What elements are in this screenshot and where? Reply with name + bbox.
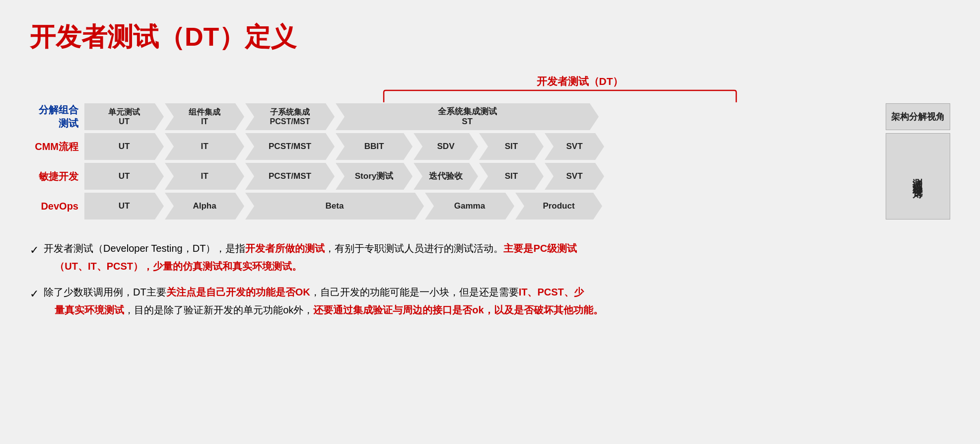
arrows-agile: UT IT PCST/MST Story测试 迭代验收 SIT SVT [84, 163, 883, 190]
cell-ut-devops: UT [84, 193, 164, 220]
cell-st-fenjie: 全系统集成测试ST [336, 103, 599, 130]
row-cmm: CMM流程 UT IT PCST/MST BBIT SDV SIT SVT [30, 133, 883, 160]
text-line-1: ✓ 开发者测试（Developer Testing，DT），是指开发者所做的测试… [30, 239, 950, 275]
cell-alpha-devops: Alpha [165, 193, 244, 220]
cell-gamma-devops: Gamma [425, 193, 514, 220]
row-agile: 敏捷开发 UT IT PCST/MST Story测试 迭代验收 SIT SVT [30, 163, 883, 190]
text-area: ✓ 开发者测试（Developer Testing，DT），是指开发者所做的测试… [30, 239, 950, 319]
rows-wrapper: 分解组合测试 单元测试UT 组件集成IT 子系统集成PCST/MST 全系统集成… [30, 103, 883, 220]
cell-ut-cmm: UT [84, 133, 164, 160]
cell-svt-cmm: SVT [545, 133, 604, 160]
main-layout: 分解组合测试 单元测试UT 组件集成IT 子系统集成PCST/MST 全系统集成… [30, 103, 950, 220]
cell-ut-agile: UT [84, 163, 164, 190]
check-icon-2: ✓ [30, 284, 39, 304]
row-devops: DevOps UT Alpha Beta Gamma Product [30, 193, 883, 220]
label-fenjie: 分解组合测试 [30, 103, 84, 130]
cell-sit-cmm: SIT [479, 133, 544, 160]
cell-it-cmm: IT [165, 133, 244, 160]
cell-sit-agile: SIT [479, 163, 544, 190]
cell-it-agile: IT [165, 163, 244, 190]
cell-beta-devops: Beta [245, 193, 424, 220]
label-agile: 敏捷开发 [30, 170, 84, 183]
red-text-5: 还要通过集成验证与周边的接口是否ok，以及是否破坏其他功能。 [313, 304, 603, 315]
cell-sdv-cmm: SDV [414, 133, 478, 160]
cell-bbit-cmm: BBIT [336, 133, 413, 160]
label-cmm: CMM流程 [30, 140, 84, 153]
cell-iter-agile: 迭代验收 [414, 163, 478, 190]
cell-pcst-cmm: PCST/MST [245, 133, 335, 160]
text-content-2: 除了少数联调用例，DT主要关注点是自己开发的功能是否OK，自己开发的功能可能是一… [44, 283, 950, 319]
red-text-3: 关注点是自己开发的功能是否OK [166, 287, 310, 297]
arrows-cmm: UT IT PCST/MST BBIT SDV SIT SVT [84, 133, 883, 160]
cell-svt-agile: SVT [545, 163, 604, 190]
right-box-test-process: 测试流程视角 [886, 133, 950, 220]
row-fenjie: 分解组合测试 单元测试UT 组件集成IT 子系统集成PCST/MST 全系统集成… [30, 103, 883, 130]
right-box-architecture: 架构分解视角 [886, 103, 950, 130]
red-text-1: 开发者所做的测试 [245, 243, 325, 254]
cell-it-fenjie: 组件集成IT [165, 103, 244, 130]
page-title: 开发者测试（DT）定义 [30, 20, 950, 55]
label-devops: DevOps [30, 201, 84, 212]
right-boxes-col: 架构分解视角 测试流程视角 [886, 103, 950, 220]
diagram-area: 开发者测试（DT） 分解组合测试 单元测试UT 组件集成IT 子系统集成PCST… [30, 74, 950, 220]
brace-row: 开发者测试（DT） [239, 74, 741, 102]
text-content-1: 开发者测试（Developer Testing，DT），是指开发者所做的测试，有… [44, 239, 950, 275]
cell-story-agile: Story测试 [336, 163, 413, 190]
arrows-fenjie: 单元测试UT 组件集成IT 子系统集成PCST/MST 全系统集成测试ST [84, 103, 883, 130]
dt-label: 开发者测试（DT） [537, 74, 624, 88]
cell-ut-fenjie: 单元测试UT [84, 103, 164, 130]
check-icon-1: ✓ [30, 240, 39, 260]
cell-pcst-agile: PCST/MST [245, 163, 335, 190]
brace-svg [379, 88, 741, 102]
cell-product-devops: Product [515, 193, 602, 220]
page-container: 开发者测试（DT）定义 开发者测试（DT） 分解组合测试 单元测试UT 组件集成… [30, 20, 950, 319]
arrows-devops: UT Alpha Beta Gamma Product [84, 193, 883, 220]
cell-pcst-fenjie: 子系统集成PCST/MST [245, 103, 335, 130]
text-line-2: ✓ 除了少数联调用例，DT主要关注点是自己开发的功能是否OK，自己开发的功能可能… [30, 283, 950, 319]
